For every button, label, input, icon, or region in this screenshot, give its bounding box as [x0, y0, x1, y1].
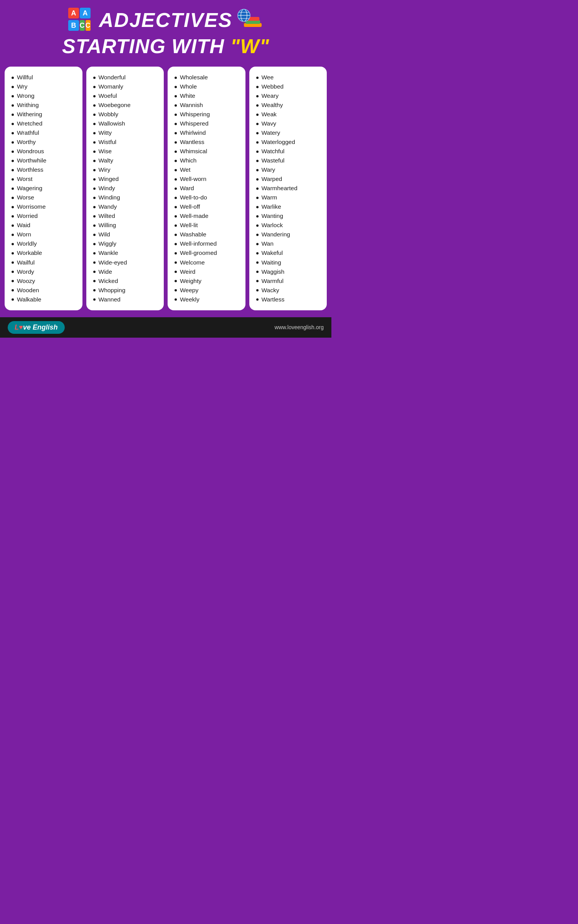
bullet-icon [256, 289, 259, 291]
word-item: Weak [256, 110, 323, 119]
word-item: Worse [12, 193, 79, 202]
bullet-icon [175, 206, 177, 208]
word-text: Wealthy [262, 100, 283, 110]
word-text: Weary [262, 91, 279, 100]
word-item: Wavy [256, 119, 323, 128]
word-item: Warlike [256, 202, 323, 211]
word-item: Worst [12, 174, 79, 184]
abc-blocks-icon: A A B C C [67, 7, 94, 34]
bullet-icon [256, 187, 259, 190]
bullet-icon [256, 206, 259, 208]
svg-text:B: B [71, 22, 76, 29]
bullet-icon [12, 280, 14, 282]
word-item: Writhing [12, 100, 79, 110]
bullet-icon [93, 86, 96, 88]
word-text: Warmhearted [262, 184, 297, 193]
word-text: Warlike [262, 202, 281, 211]
brand-text: L♥ve English [15, 323, 58, 331]
word-item: Windy [93, 184, 160, 193]
word-item: Warlock [256, 221, 323, 230]
word-text: Wandy [99, 202, 117, 211]
bullet-icon [256, 104, 259, 107]
word-text: Washable [180, 230, 206, 239]
word-item: Wretched [12, 119, 79, 128]
bullet-icon [256, 261, 259, 264]
bullet-icon [175, 104, 177, 107]
word-text: Well-informed [180, 239, 217, 248]
word-text: Warmful [262, 276, 284, 286]
bullet-icon [12, 104, 14, 107]
word-text: Waid [17, 221, 30, 230]
word-text: Worthless [17, 165, 44, 174]
word-item: Whispering [175, 110, 242, 119]
bullet-icon [256, 215, 259, 218]
word-item: Woozy [12, 276, 79, 286]
bullet-icon [175, 95, 177, 97]
word-text: Wannish [180, 100, 203, 110]
word-item: Waid [12, 221, 79, 230]
word-text: Ward [180, 184, 194, 193]
bullet-icon [175, 289, 177, 291]
word-column-3: WholesaleWholeWhiteWannishWhisperingWhis… [168, 67, 245, 310]
bullet-icon [175, 86, 177, 88]
word-text: Workable [17, 248, 42, 258]
word-text: Wonderful [99, 73, 126, 82]
word-item: Wicked [93, 276, 160, 286]
word-item: Wonderful [93, 73, 160, 82]
word-item: Walty [93, 156, 160, 165]
bullet-icon [175, 252, 177, 254]
word-item: Whimsical [175, 147, 242, 156]
bullet-icon [12, 224, 14, 227]
bullet-icon [175, 261, 177, 264]
bullet-icon [175, 178, 177, 181]
word-text: Wiggly [99, 239, 117, 248]
bullet-icon [175, 280, 177, 282]
bullet-icon [256, 114, 259, 116]
word-text: Writhing [17, 100, 39, 110]
columns-area: WillfulWryWrongWrithingWitheringWretched… [0, 63, 331, 314]
bullet-icon [93, 298, 96, 301]
word-text: Whirlwind [180, 128, 206, 137]
word-item: Wet [175, 165, 242, 174]
word-text: Wagering [17, 184, 42, 193]
word-text: Well-worn [180, 174, 207, 184]
word-item: Wantless [175, 137, 242, 147]
bullet-icon [93, 289, 96, 291]
word-item: Wary [256, 165, 323, 174]
love-english-badge: L♥ve English [8, 321, 65, 334]
word-text: Wrong [17, 91, 34, 100]
word-text: Well-made [180, 211, 208, 221]
word-item: Worthless [12, 165, 79, 174]
bullet-icon [12, 169, 14, 171]
svg-text:C: C [85, 22, 90, 29]
word-item: Wealthy [256, 100, 323, 110]
bullet-icon [93, 215, 96, 218]
bullet-icon [175, 114, 177, 116]
word-item: Wandering [256, 230, 323, 239]
bullet-icon [175, 271, 177, 273]
word-text: Wide-eyed [99, 258, 127, 267]
word-item: Worldly [12, 239, 79, 248]
word-item: Waiting [256, 258, 323, 267]
bullet-icon [93, 104, 96, 107]
bullet-icon [93, 95, 96, 97]
word-text: Well-lit [180, 221, 198, 230]
bullet-icon [256, 123, 259, 125]
word-text: Wanting [262, 211, 283, 221]
word-item: Wise [93, 147, 160, 156]
bullet-icon [256, 280, 259, 282]
bullet-icon [93, 197, 96, 199]
word-text: Weighty [180, 276, 202, 286]
word-item: Wiggly [93, 239, 160, 248]
bullet-icon [12, 132, 14, 134]
word-item: Well-worn [175, 174, 242, 184]
bullet-icon [175, 160, 177, 162]
word-item: Weepy [175, 286, 242, 295]
word-item: Wry [12, 82, 79, 91]
bullet-icon [256, 86, 259, 88]
word-item: Willing [93, 221, 160, 230]
bullet-icon [93, 234, 96, 236]
bullet-icon [12, 197, 14, 199]
bullet-icon [12, 252, 14, 254]
word-text: Wistful [99, 137, 117, 147]
